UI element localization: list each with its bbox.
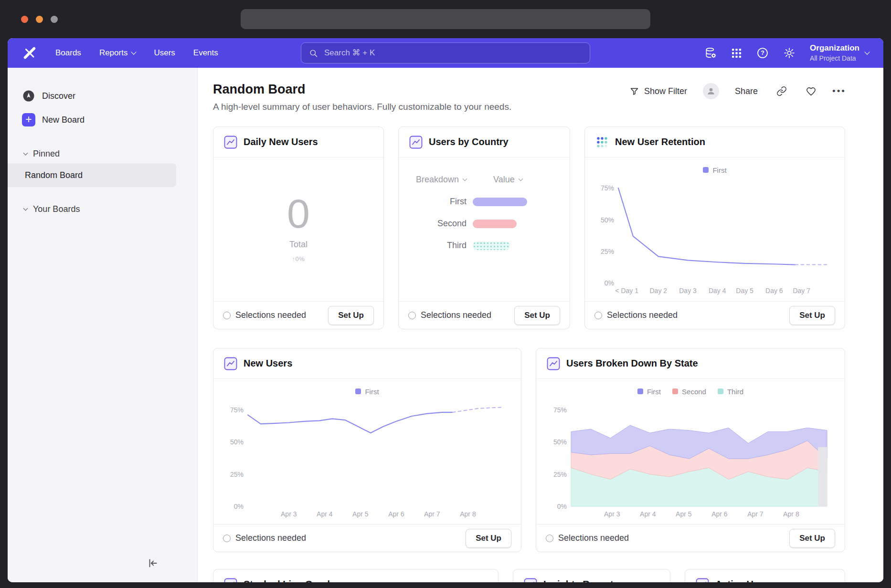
- card-row-2: New Users First 75%50%25%0%Apr 3Apr 4Apr…: [213, 348, 883, 552]
- svg-text:25%: 25%: [230, 471, 244, 478]
- status-label: Selections needed: [421, 310, 491, 320]
- svg-text:Apr 5: Apr 5: [676, 510, 692, 518]
- status-circle-icon: [546, 535, 553, 542]
- svg-text:Day 3: Day 3: [679, 287, 697, 294]
- org-switcher[interactable]: Organization All Project Data: [810, 43, 869, 62]
- bar-second[interactable]: [473, 220, 517, 228]
- url-bar[interactable]: [241, 9, 650, 29]
- selections-needed-status: Selections needed: [223, 533, 306, 543]
- set-up-button[interactable]: Set Up: [328, 306, 374, 325]
- svg-text:Apr 7: Apr 7: [424, 510, 440, 518]
- search-bar[interactable]: [301, 42, 590, 63]
- card-users-by-state: Users Broken Down By State FirstSecondTh…: [536, 348, 845, 552]
- insights-chart-icon: [409, 136, 423, 149]
- search-input[interactable]: [323, 48, 582, 58]
- card-title: Daily New Users: [244, 136, 318, 147]
- nav-item-users[interactable]: Users: [154, 48, 175, 58]
- sidebar: Discover + New Board Pinned Random Board…: [8, 68, 198, 582]
- breakdown-controls: Breakdown Value: [413, 175, 555, 185]
- breakdown-dropdown[interactable]: Breakdown: [416, 175, 467, 185]
- chevron-down-icon: [23, 206, 28, 210]
- search-icon: [309, 49, 318, 58]
- status-circle-icon: [594, 312, 602, 319]
- bar-first[interactable]: [473, 198, 527, 206]
- copy-link-button[interactable]: [774, 85, 790, 97]
- minimize-window-button[interactable]: [36, 16, 43, 23]
- sidebar-item-new-board[interactable]: + New Board: [8, 108, 197, 132]
- chevron-down-icon: [131, 49, 137, 54]
- bar-third[interactable]: [473, 242, 510, 250]
- chart-legend: First: [703, 165, 726, 175]
- value-label: Value: [493, 175, 515, 185]
- svg-text:Apr 3: Apr 3: [604, 510, 620, 518]
- card-footer: Selections needed Set Up: [585, 301, 845, 329]
- sidebar-item-discover[interactable]: Discover: [8, 84, 197, 108]
- maximize-window-button[interactable]: [51, 16, 58, 23]
- nav-item-reports[interactable]: Reports: [99, 48, 136, 58]
- selections-needed-status: Selections needed: [546, 533, 629, 543]
- svg-text:Day 6: Day 6: [765, 287, 783, 294]
- card-header: Insights Report: [513, 569, 670, 582]
- svg-text:< Day 1: < Day 1: [615, 287, 638, 294]
- sidebar-item-new-board-label: New Board: [42, 115, 85, 125]
- metric-delta: ↑0%: [292, 255, 305, 262]
- sidebar-item-discover-label: Discover: [42, 91, 75, 101]
- svg-text:0%: 0%: [557, 503, 567, 510]
- data-management-icon[interactable]: [704, 47, 717, 59]
- nav-item-boards[interactable]: Boards: [55, 48, 81, 58]
- mixpanel-logo[interactable]: [22, 45, 37, 61]
- share-button[interactable]: Share: [732, 86, 761, 97]
- window-titlebar: [0, 0, 891, 38]
- svg-text:?: ?: [761, 50, 764, 56]
- metric-label: Total: [289, 240, 308, 250]
- chart-legend: FirstSecondThird: [637, 386, 743, 397]
- collapse-sidebar-button[interactable]: [144, 555, 160, 573]
- card-header: Stacked Line Graph: [213, 569, 498, 582]
- filter-funnel-icon: [629, 86, 639, 96]
- card-title: New User Retention: [615, 136, 705, 147]
- help-icon[interactable]: ?: [756, 47, 769, 59]
- board-actions: Show Filter Share: [626, 83, 846, 99]
- nav-item-events[interactable]: Events: [193, 48, 218, 58]
- show-filter-label: Show Filter: [644, 86, 687, 96]
- app-window: Boards Reports Users Events: [8, 38, 883, 582]
- svg-text:Apr 4: Apr 4: [317, 510, 333, 518]
- bar-row: Second: [413, 219, 555, 229]
- new-users-line-chart: 75%50%25%0%Apr 3Apr 4Apr 5Apr 6Apr 7Apr …: [224, 399, 510, 521]
- selections-needed-status: Selections needed: [223, 310, 306, 320]
- set-up-button[interactable]: Set Up: [514, 306, 560, 325]
- card-header: Users Broken Down By State: [536, 348, 845, 379]
- set-up-button[interactable]: Set Up: [789, 529, 835, 548]
- sidebar-section-pinned[interactable]: Pinned: [8, 144, 197, 163]
- status-label: Selections needed: [558, 533, 629, 543]
- card-header: Daily New Users: [213, 127, 383, 158]
- link-icon: [776, 86, 787, 96]
- more-options-button[interactable]: •••: [832, 86, 846, 96]
- svg-text:25%: 25%: [600, 248, 614, 255]
- svg-text:75%: 75%: [600, 184, 614, 192]
- sidebar-item-random-board[interactable]: Random Board: [8, 163, 176, 187]
- favorite-heart-button[interactable]: [803, 85, 819, 97]
- svg-text:Day 7: Day 7: [793, 287, 810, 294]
- value-dropdown[interactable]: Value: [493, 175, 555, 185]
- svg-text:25%: 25%: [553, 471, 567, 478]
- close-window-button[interactable]: [21, 16, 28, 23]
- avatar[interactable]: [703, 83, 719, 99]
- card-active-users: Active Users: [685, 569, 845, 582]
- insights-chart-icon: [224, 357, 237, 370]
- settings-gear-icon[interactable]: [783, 47, 796, 59]
- set-up-button[interactable]: Set Up: [789, 306, 835, 325]
- bar-label: Third: [447, 241, 467, 251]
- set-up-button[interactable]: Set Up: [466, 529, 511, 548]
- heart-icon: [806, 86, 817, 97]
- card-header: Users by Country: [399, 127, 570, 158]
- card-footer: Selections needed Set Up: [213, 524, 521, 552]
- apps-grid-icon[interactable]: [731, 48, 742, 59]
- insights-chart-icon: [524, 578, 537, 583]
- svg-text:Apr 6: Apr 6: [388, 510, 404, 518]
- metric-value: 0: [287, 193, 310, 234]
- status-circle-icon: [408, 312, 416, 319]
- sidebar-section-your-boards[interactable]: Your Boards: [8, 200, 197, 219]
- by-state-area-chart: 75%50%25%0%Apr 3Apr 4Apr 5Apr 6Apr 7Apr …: [547, 399, 834, 521]
- show-filter-button[interactable]: Show Filter: [626, 86, 690, 97]
